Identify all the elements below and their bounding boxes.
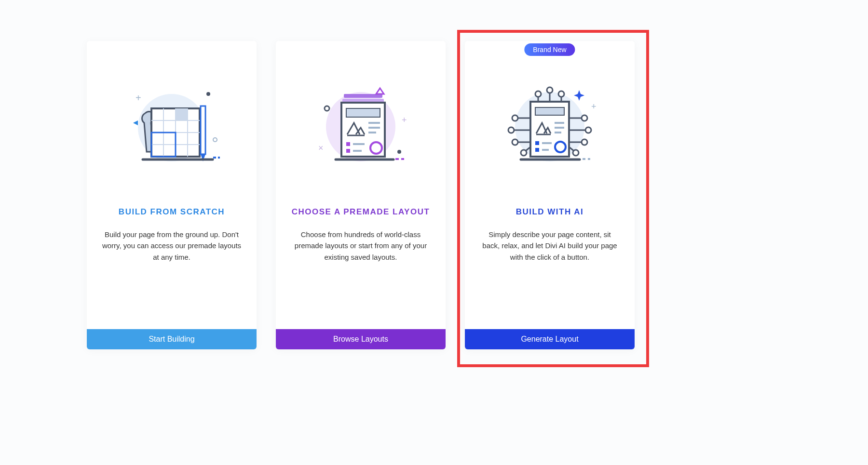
svg-point-16 (213, 138, 217, 142)
svg-point-34 (325, 106, 329, 111)
svg-point-13 (206, 92, 210, 96)
card-content: BUILD FROM SCRATCH Build your page from … (87, 181, 257, 329)
grid-wrench-icon: + (119, 75, 225, 171)
svg-point-47 (521, 150, 527, 156)
card-desc: Build your page from the ground up. Don'… (101, 229, 242, 263)
svg-text:+: + (136, 93, 141, 103)
card-desc: Simply describe your page content, sit b… (479, 229, 620, 263)
card-build-from-scratch[interactable]: + BUILD FROM SCRATCH Build your page fro… (87, 41, 257, 349)
svg-rect-27 (346, 142, 350, 146)
layout-doc-icon: × + (308, 75, 414, 171)
svg-point-51 (585, 127, 591, 133)
svg-text:+: + (402, 115, 407, 125)
card-premade-layout[interactable]: × + CHOOSE A PREMADE LAYOUT Choose from … (276, 41, 446, 349)
card-build-with-ai[interactable]: Brand New (465, 41, 635, 349)
svg-rect-70 (535, 148, 539, 152)
scratch-illustration: + (87, 41, 257, 181)
card-title: CHOOSE A PREMADE LAYOUT (290, 207, 431, 217)
ai-chip-doc-icon: + (492, 75, 608, 171)
svg-point-55 (573, 150, 579, 156)
svg-rect-10 (201, 106, 205, 154)
svg-text:×: × (318, 143, 324, 153)
svg-rect-63 (535, 107, 564, 115)
card-content: BUILD WITH AI Simply describe your page … (465, 181, 635, 329)
svg-point-37 (397, 150, 401, 154)
card-desc: Choose from hundreds of world-class prem… (290, 229, 431, 263)
svg-rect-22 (346, 108, 380, 117)
brand-new-badge: Brand New (524, 43, 575, 56)
card-title: BUILD FROM SCRATCH (101, 207, 242, 217)
layout-options-cards: + BUILD FROM SCRATCH Build your page fro… (87, 41, 635, 349)
ai-illustration: + (465, 41, 635, 181)
svg-point-49 (582, 115, 587, 121)
card-content: CHOOSE A PREMADE LAYOUT Choose from hund… (276, 181, 446, 329)
svg-marker-14 (133, 120, 138, 125)
svg-point-61 (558, 91, 564, 97)
svg-rect-8 (176, 108, 188, 120)
browse-layouts-button[interactable]: Browse Layouts (276, 329, 446, 349)
svg-point-59 (547, 87, 553, 93)
svg-marker-33 (376, 88, 384, 94)
svg-rect-68 (535, 141, 539, 145)
start-building-button[interactable]: Start Building (87, 329, 257, 349)
svg-point-45 (512, 139, 518, 145)
svg-point-53 (582, 139, 587, 145)
svg-point-43 (508, 127, 514, 133)
svg-point-57 (535, 91, 541, 97)
premade-illustration: × + (276, 41, 446, 181)
svg-text:+: + (591, 102, 597, 111)
svg-rect-29 (346, 149, 350, 153)
card-title: BUILD WITH AI (479, 207, 620, 217)
svg-point-41 (512, 115, 518, 121)
generate-layout-button[interactable]: Generate Layout (465, 329, 635, 349)
